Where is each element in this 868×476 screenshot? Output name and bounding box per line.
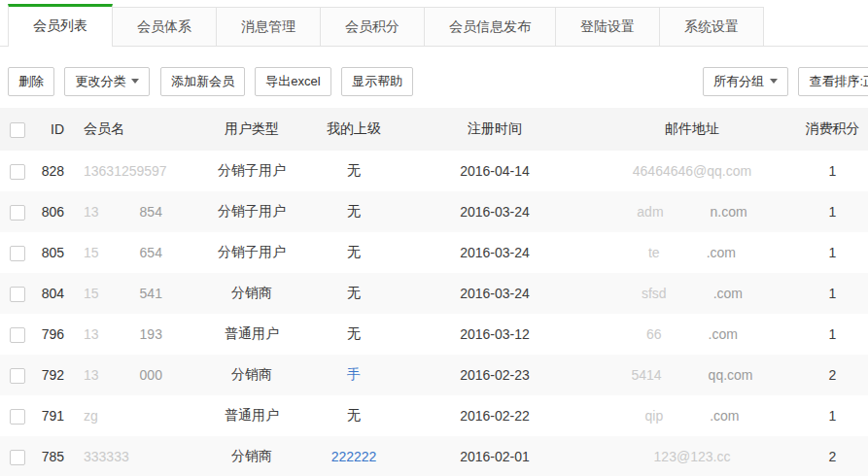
cell-checkbox (0, 395, 35, 436)
view-sort-button[interactable]: 查看排序:正常排序 (798, 67, 868, 96)
cell-checkbox (0, 436, 35, 476)
cell-email: 46464646@qq.com (587, 151, 797, 191)
upline-value[interactable]: 222222 (331, 449, 377, 464)
row-checkbox[interactable] (10, 450, 25, 465)
table-row: 828 13631259597 分销子用户 无 2016-04-14 46464… (0, 151, 868, 191)
row-checkbox[interactable] (10, 287, 25, 302)
tab-member-points[interactable]: 会员积分 (320, 7, 425, 46)
upline-value: 无 (347, 407, 361, 423)
cell-upline: 无 (305, 232, 402, 273)
cell-checkbox (0, 151, 35, 191)
cell-member-name: 15654 (72, 232, 198, 273)
cell-points: 1 (797, 314, 868, 355)
email-text: qip (644, 408, 663, 424)
table-row: 805 15654 分销子用户 无 2016-03-24 te.com 1 (0, 232, 868, 273)
cell-email: qip.com (587, 395, 797, 436)
cell-points: 1 (797, 151, 868, 191)
caret-down-icon (131, 79, 139, 84)
upline-value[interactable]: 手 (347, 366, 361, 382)
table-header-row: ID 会员名 用户类型 我的上级 注册时间 邮件地址 消费积分 (0, 108, 868, 151)
all-groups-button[interactable]: 所有分组 (703, 67, 788, 96)
cell-upline: 手 (305, 355, 402, 395)
toolbar-right-group: 所有分组 查看排序:正常排序 (703, 67, 868, 96)
tab-login-settings[interactable]: 登陆设置 (555, 7, 660, 46)
cell-points: 1 (797, 395, 868, 436)
email-suffix: .com (707, 245, 736, 260)
table-row: 791 zg 普通用户 无 2016-02-22 qip.com 1 (0, 395, 868, 436)
cell-email: te.com (587, 232, 797, 273)
cell-register-time: 2016-03-24 (402, 232, 587, 273)
row-checkbox[interactable] (10, 246, 25, 261)
cell-email: 66.com (587, 314, 797, 355)
email-text: 66 (646, 326, 662, 342)
row-checkbox[interactable] (10, 164, 25, 180)
cell-id: 791 (35, 395, 72, 436)
cell-member-name: 13854 (72, 191, 198, 232)
cell-upline: 无 (305, 151, 402, 191)
email-suffix: qq.com (709, 367, 753, 383)
tab-member-info-publish[interactable]: 会员信息发布 (424, 7, 556, 46)
table-row: 804 15541 分销商 无 2016-03-24 sfsd.com 1 (0, 273, 868, 314)
upline-value: 无 (347, 203, 361, 219)
email-text: adm (637, 204, 663, 220)
header-upline: 我的上级 (305, 108, 402, 151)
cell-register-time: 2016-03-12 (402, 314, 587, 355)
email-text: te (648, 245, 660, 260)
tab-member-system[interactable]: 会员体系 (112, 7, 217, 46)
cell-id: 792 (35, 355, 72, 395)
table-row: 806 13854 分销子用户 无 2016-03-24 admn.com 1 (0, 191, 868, 232)
table-row: 792 13000 分销商 手 2016-02-23 5414qq.com 2 (0, 355, 868, 395)
add-member-button[interactable]: 添加新会员 (160, 67, 245, 96)
cell-member-name: 13193 (72, 314, 198, 355)
cell-register-time: 2016-03-24 (402, 273, 587, 314)
tab-system-settings[interactable]: 系统设置 (659, 7, 764, 46)
header-checkbox-cell (0, 108, 35, 151)
table-row: 785 333333 分销商 222222 2016-02-01 123@123… (0, 436, 868, 476)
cell-email: 123@123.cc (587, 436, 797, 476)
email-text: 123@123.cc (654, 449, 731, 464)
email-suffix: .com (709, 326, 738, 342)
row-checkbox[interactable] (10, 327, 25, 343)
email-suffix: n.com (711, 204, 747, 220)
header-register-time: 注册时间 (402, 108, 587, 151)
cell-checkbox (0, 191, 35, 232)
cell-register-time: 2016-02-23 (402, 355, 587, 395)
cell-checkbox (0, 232, 35, 273)
member-table-body: 828 13631259597 分销子用户 无 2016-04-14 46464… (0, 151, 868, 476)
cell-user-type: 分销商 (198, 355, 305, 395)
upline-value: 无 (347, 162, 361, 178)
change-category-button[interactable]: 更改分类 (64, 67, 150, 96)
cell-register-time: 2016-02-01 (402, 436, 587, 476)
cell-user-type: 普通用户 (198, 395, 305, 436)
member-name-text: 13 (84, 204, 99, 220)
show-help-button[interactable]: 显示帮助 (341, 67, 413, 96)
member-name-text: zg (84, 408, 98, 424)
cell-member-name: 13631259597 (72, 151, 198, 191)
cell-upline: 无 (305, 395, 402, 436)
member-name-suffix: 000 (140, 367, 162, 383)
email-suffix: .com (713, 286, 743, 301)
cell-points: 1 (797, 273, 868, 314)
cell-register-time: 2016-04-14 (402, 151, 587, 191)
cell-member-name: 333333 (72, 436, 198, 476)
cell-upline: 222222 (305, 436, 402, 476)
row-checkbox[interactable] (10, 205, 25, 221)
member-name-text: 13 (84, 326, 99, 342)
member-name-text: 333333 (84, 449, 129, 464)
row-checkbox[interactable] (10, 409, 25, 425)
member-name-suffix: 654 (140, 245, 162, 260)
cell-register-time: 2016-02-22 (402, 395, 587, 436)
row-checkbox[interactable] (10, 368, 25, 384)
select-all-checkbox[interactable] (10, 122, 25, 138)
tab-message-management[interactable]: 消息管理 (216, 7, 321, 46)
header-user-type: 用户类型 (198, 108, 305, 151)
cell-member-name: zg (72, 395, 198, 436)
tab-member-list[interactable]: 会员列表 (8, 4, 113, 47)
delete-button[interactable]: 删除 (8, 67, 54, 96)
table-row: 796 13193 普通用户 无 2016-03-12 66.com 1 (0, 314, 868, 355)
cell-upline: 无 (305, 314, 402, 355)
cell-points: 1 (797, 232, 868, 273)
member-name-text: 15 (84, 245, 99, 260)
export-excel-button[interactable]: 导出excel (255, 67, 330, 96)
member-name-suffix: 193 (140, 326, 162, 342)
